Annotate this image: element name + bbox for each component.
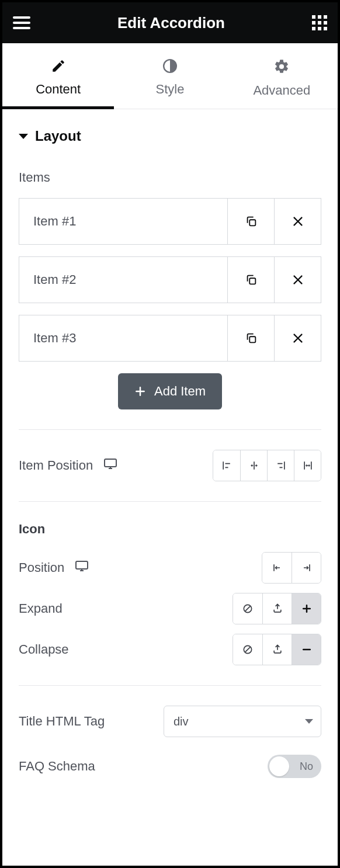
tab-style-label: Style — [114, 82, 225, 97]
icon-position-right[interactable] — [292, 553, 321, 583]
svg-rect-13 — [249, 220, 255, 225]
panel-title: Edit Accordion — [30, 14, 312, 32]
icon-position-choices — [262, 552, 321, 584]
expand-label: Expand — [19, 601, 63, 616]
expand-none-option[interactable] — [233, 593, 262, 624]
divider — [19, 429, 321, 430]
duplicate-button[interactable] — [227, 315, 274, 361]
add-item-label: Add Item — [154, 384, 206, 399]
collapse-upload-option[interactable] — [262, 634, 292, 665]
pencil-icon — [2, 58, 114, 74]
tab-style[interactable]: Style — [114, 43, 225, 109]
expand-icon-choices — [233, 593, 321, 624]
repeater-item-title[interactable]: Item #2 — [19, 257, 227, 303]
svg-rect-3 — [312, 15, 315, 19]
section-layout-toggle[interactable]: Layout — [19, 128, 321, 144]
faq-schema-label: FAQ Schema — [19, 759, 95, 774]
icon-position-label: Position — [19, 560, 64, 575]
tab-content-label: Content — [2, 82, 114, 97]
align-stretch-option[interactable] — [294, 450, 321, 481]
svg-rect-1 — [13, 22, 30, 24]
svg-rect-6 — [312, 21, 315, 25]
svg-rect-16 — [105, 459, 116, 467]
remove-button[interactable] — [274, 315, 321, 361]
title-html-tag-label: Title HTML Tag — [19, 714, 105, 729]
divider — [19, 685, 321, 686]
repeater-item-title[interactable]: Item #3 — [19, 315, 227, 361]
expand-plus-option[interactable] — [292, 593, 321, 624]
toggle-knob — [269, 756, 289, 776]
tab-advanced-label: Advanced — [226, 83, 338, 98]
menu-button[interactable] — [13, 16, 30, 29]
svg-rect-15 — [249, 336, 255, 342]
collapse-icon-choices — [233, 634, 321, 665]
icon-position-left[interactable] — [262, 553, 292, 583]
collapse-minus-option[interactable] — [292, 634, 321, 665]
align-left-option[interactable] — [213, 450, 240, 481]
duplicate-button[interactable] — [227, 257, 274, 303]
item-position-choices — [213, 450, 321, 481]
svg-rect-0 — [13, 16, 30, 19]
gear-icon — [226, 58, 338, 75]
svg-rect-14 — [249, 278, 255, 284]
svg-rect-11 — [324, 27, 327, 30]
items-label: Items — [19, 170, 321, 185]
divider — [19, 501, 321, 502]
repeater-item: Item #3 — [19, 315, 321, 362]
responsive-icon[interactable] — [103, 458, 117, 473]
faq-schema-toggle[interactable]: No — [268, 755, 321, 778]
title-html-tag-select[interactable]: div — [164, 706, 321, 737]
item-position-label: Item Position — [19, 458, 93, 473]
section-layout-label: Layout — [35, 128, 81, 144]
align-center-option[interactable] — [240, 450, 267, 481]
collapse-none-option[interactable] — [233, 634, 262, 665]
remove-button[interactable] — [274, 199, 321, 244]
align-right-option[interactable] — [267, 450, 294, 481]
svg-rect-10 — [318, 27, 321, 30]
repeater-item-title[interactable]: Item #1 — [19, 199, 227, 244]
responsive-icon[interactable] — [75, 560, 89, 575]
faq-schema-value: No — [300, 761, 313, 773]
duplicate-button[interactable] — [227, 199, 274, 244]
caret-down-icon — [19, 134, 28, 139]
collapse-label: Collapse — [19, 642, 69, 657]
half-circle-icon — [114, 58, 225, 74]
repeater-item: Item #1 — [19, 198, 321, 245]
svg-rect-2 — [13, 27, 30, 29]
expand-upload-option[interactable] — [262, 593, 292, 624]
icon-heading: Icon — [19, 522, 321, 537]
svg-rect-8 — [324, 21, 327, 25]
remove-button[interactable] — [274, 257, 321, 303]
svg-rect-9 — [312, 27, 315, 30]
tab-advanced[interactable]: Advanced — [226, 43, 338, 109]
svg-rect-7 — [318, 21, 321, 25]
svg-rect-4 — [318, 15, 321, 19]
widgets-button[interactable] — [312, 15, 327, 30]
svg-rect-17 — [76, 561, 88, 569]
add-item-button[interactable]: Add Item — [118, 373, 222, 409]
tab-content[interactable]: Content — [2, 43, 114, 109]
repeater-item: Item #2 — [19, 256, 321, 303]
svg-rect-5 — [324, 15, 327, 19]
